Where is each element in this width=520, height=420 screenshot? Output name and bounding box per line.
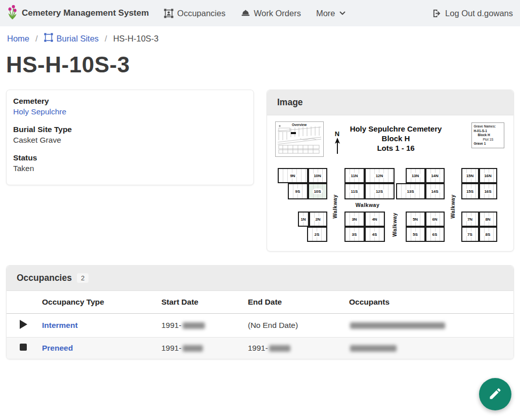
logout-icon [432, 9, 442, 18]
plot-cell-label: 14S [429, 189, 440, 194]
plot-cell-label: 11S [350, 189, 360, 194]
breadcrumb-current: HS-H-10S-3 [113, 34, 159, 44]
plot-cell-label: 5N [411, 217, 419, 222]
redacted-text [183, 322, 205, 329]
bounds-icon [44, 33, 53, 44]
walkway-label: Walkway [332, 194, 338, 218]
legend-line: Block H [474, 133, 502, 138]
nav-item-label: More [316, 9, 335, 18]
breadcrumb: Home / Burial Sites / HS-H-10S-3 [7, 33, 513, 44]
chevron-down-icon [339, 10, 346, 17]
plot-cell-label: 8N [484, 217, 492, 222]
grave-names-legend: Grave Names: H-01-S-1 Block H Plot 1S Gr… [471, 122, 504, 148]
app-brand[interactable]: Cemetery Management System [7, 5, 149, 22]
plot-cell-16s: 16S [479, 183, 497, 199]
occupancy-type-link[interactable]: Interment [42, 321, 78, 329]
plot-cell-label: 14N [429, 173, 440, 179]
occupancies-header: Occupancies 2 [7, 266, 513, 291]
plot-cell-4n: 4N [365, 212, 385, 227]
map-title: Holy Sepulchre Cemetery Block H Lots 1 -… [339, 124, 453, 153]
plot-cell-label: 12S [374, 189, 384, 194]
plot-cell-label: 8S [484, 232, 492, 237]
field-burial-site-type: Burial Site Type Casket Grave [13, 125, 247, 145]
plot-cell-10n: 10N [308, 168, 327, 183]
field-value: Casket Grave [13, 136, 247, 145]
map-title-line: Holy Sepulchre Cemetery [339, 124, 453, 134]
legend-line: Plot 1S [474, 138, 502, 142]
plot-cell-11n: 11N [344, 168, 365, 183]
plot-cell-label: 11N [349, 173, 359, 179]
plot-cell-16n: 16N [479, 168, 497, 183]
col-occupancy-type: Occupancy Type [38, 291, 157, 314]
plot-cell-label: 9S [294, 189, 302, 194]
top-navbar: Cemetery Management System Occupancies [0, 0, 520, 26]
plot-cell-label: 7S [466, 232, 474, 237]
occupancies-card: Occupancies 2 Occupancy Type Start Date … [6, 265, 514, 359]
plot-cell-13s: 13S [396, 183, 425, 199]
plot-cell-label: 6S [431, 232, 439, 237]
edit-fab-button[interactable] [479, 378, 511, 410]
legend-line: H-01-S-1 [474, 129, 502, 134]
plot-cell-1n: 1N [298, 212, 309, 227]
plot-cell-10s: 10S [308, 183, 327, 199]
plot-cell-14s: 14S [425, 183, 445, 199]
plot-cell-label: 15S [465, 189, 475, 194]
occupancy-row: Interment1991-(No End Date) [7, 314, 513, 338]
hard-hat-icon [241, 9, 250, 18]
plot-cell-label: 7N [466, 217, 474, 222]
legend-heading: Grave Names: [474, 124, 502, 129]
plot-cell-label: 5S [411, 232, 419, 237]
plot-cell-5n: 5N [406, 212, 425, 227]
play-icon [20, 320, 27, 329]
plot-cell-11s: 11S [344, 183, 365, 199]
plot-cell-3n: 3N [344, 212, 365, 227]
field-label: Status [13, 153, 247, 162]
logout-button[interactable]: Log Out d.gowans [432, 9, 513, 18]
plot-cell-8n: 8N [479, 212, 497, 227]
nav-item-occupancies[interactable]: Occupancies [164, 9, 225, 18]
date-prefix: 1991- [161, 321, 182, 329]
plot-cell-9n: 9N [278, 168, 308, 183]
app-title: Cemetery Management System [22, 8, 149, 18]
breadcrumb-separator: / [35, 34, 38, 44]
occupancy-type-link[interactable]: Preneed [42, 344, 73, 352]
plot-cell-label: 1N [299, 217, 307, 222]
plot-cell-label: 3S [351, 232, 359, 237]
breadcrumb-home-link[interactable]: Home [7, 34, 29, 44]
col-end-date: End Date [244, 291, 345, 314]
breadcrumb-burial-sites-link[interactable]: Burial Sites [44, 33, 99, 44]
breadcrumb-label: Burial Sites [57, 34, 99, 44]
plot-cell-14n: 14N [425, 168, 445, 183]
field-value: Taken [13, 164, 247, 173]
field-status: Status Taken [13, 153, 247, 173]
date-prefix: 1991- [248, 344, 268, 352]
occupancies-table: Occupancy Type Start Date End Date Occup… [7, 291, 513, 359]
overview-map-sketch [276, 122, 323, 156]
date-prefix: 1991- [161, 344, 182, 352]
plot-cell-9s: 9S [288, 183, 308, 199]
occupancies-title: Occupancies [17, 273, 72, 283]
cemetery-link[interactable]: Holy Sepulchre [13, 107, 66, 116]
plot-cell-12s: 12S [365, 183, 395, 199]
plot-cell-6n: 6N [425, 212, 445, 227]
legend-line: Grave 1 [474, 142, 502, 146]
nav-item-work-orders[interactable]: Work Orders [241, 9, 301, 18]
breadcrumb-separator: / [105, 34, 107, 44]
plot-cell-label: 16S [483, 189, 493, 194]
nav-item-more[interactable]: More [316, 9, 346, 18]
plot-cell-15n: 15N [461, 168, 479, 183]
pencil-icon [488, 387, 502, 402]
occupancies-count-badge: 2 [77, 273, 89, 283]
plot-cell-3s: 3S [344, 227, 365, 242]
image-card: Image Overview [267, 90, 514, 251]
site-map-image[interactable]: Overview [274, 120, 507, 246]
burial-site-details-card: Cemetery Holy Sepulchre Burial Site Type… [6, 90, 254, 185]
occupancies-icon [164, 9, 174, 18]
cell-text: (No End Date) [248, 321, 298, 329]
plot-cell-label: 13N [410, 173, 421, 179]
walkway-label: Walkway [392, 213, 398, 236]
nav-item-label: Occupancies [177, 9, 225, 18]
plot-cell-13n: 13N [406, 168, 425, 183]
redacted-text [183, 345, 203, 352]
page-title: HS-H-10S-3 [6, 52, 514, 77]
